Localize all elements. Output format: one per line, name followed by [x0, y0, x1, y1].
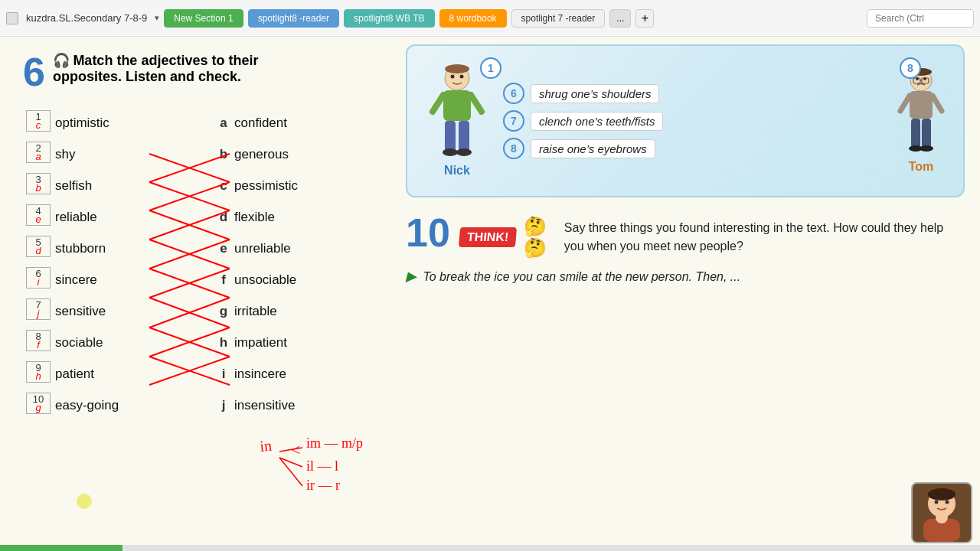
- nick-name: Nick: [444, 164, 470, 178]
- svg-point-53: [946, 500, 949, 504]
- matching-table: 1 c optimistic a confident 2 a shy b gen…: [23, 107, 375, 421]
- think-icons: 🤔🤔: [524, 216, 557, 259]
- table-row: 4 e reliable d flexible: [23, 201, 375, 233]
- svg-line-22: [279, 458, 302, 467]
- phrase-item-8: 8 raise one’s eyebrows: [503, 138, 883, 159]
- row-num-cell: 9 h: [23, 358, 54, 390]
- tab-new-section[interactable]: New Section 1: [164, 9, 243, 28]
- svg-line-41: [900, 96, 910, 111]
- progress-fill: [0, 545, 122, 551]
- svg-rect-29: [445, 121, 456, 152]
- phrase-text-6: shrug one’s shoulders: [531, 84, 659, 103]
- svg-point-48: [923, 77, 926, 80]
- left-word: easy-going: [54, 390, 153, 421]
- right-letter: a: [214, 107, 233, 139]
- right-letter: i: [214, 358, 233, 390]
- left-word: stubborn: [54, 233, 153, 264]
- progress-bar-area: [0, 545, 980, 551]
- table-row: 8 f sociable h impatient: [23, 327, 375, 358]
- row-num-cell: 8 f: [23, 327, 54, 358]
- sample-answer-text: To break the ice you can smile at the ne…: [423, 270, 740, 283]
- left-word: shy: [54, 139, 153, 170]
- row-num-cell: 3 b: [23, 170, 54, 201]
- add-tab-button[interactable]: +: [635, 9, 654, 28]
- nick-figure: [426, 64, 488, 164]
- row-num-cell: 4 e: [23, 201, 54, 233]
- row-num-cell: 2 a: [23, 139, 54, 170]
- tab-8wordbook[interactable]: 8 wordbook: [439, 9, 507, 28]
- left-word: reliable: [54, 201, 153, 233]
- tab-more[interactable]: ...: [609, 9, 631, 28]
- right-panel: Nick 6 shrug one’s shoulders 7 clench on…: [390, 37, 980, 551]
- right-word: irritable: [233, 295, 375, 327]
- svg-point-32: [456, 148, 472, 156]
- exercise10-question: Say three things you found interesting i…: [564, 219, 965, 256]
- svg-rect-43: [911, 119, 920, 148]
- exercise6-header: 6 🎧 Match the adjectives to their opposi…: [23, 52, 375, 92]
- number8-badge: 8: [900, 57, 921, 79]
- right-word: generous: [233, 139, 375, 170]
- table-row: 2 a shy b generous: [23, 139, 375, 170]
- right-letter: b: [214, 139, 233, 170]
- right-letter: e: [214, 233, 233, 264]
- row-num-box: 7 j: [26, 298, 51, 320]
- svg-point-31: [443, 148, 458, 156]
- row-num-box: 4 e: [26, 204, 51, 226]
- svg-text:ir — r: ir — r: [306, 478, 340, 493]
- table-row: 6 i sincere f unsociable: [23, 264, 375, 295]
- left-panel: 6 🎧 Match the adjectives to their opposi…: [0, 37, 390, 551]
- svg-line-28: [471, 95, 482, 112]
- tab-spotlight7-reader[interactable]: spotlight 7 -reader: [511, 9, 606, 28]
- think-badge: THINK!: [459, 227, 517, 247]
- svg-point-47: [916, 77, 919, 80]
- right-word: insincere: [233, 358, 375, 390]
- svg-point-34: [460, 75, 464, 79]
- avatar-image: [913, 484, 971, 542]
- table-row: 9 h patient i insincere: [23, 358, 375, 390]
- table-row: 5 d stubborn e unreliable: [23, 233, 375, 264]
- table-row: 3 b selfish c pessimistic: [23, 170, 375, 201]
- svg-point-25: [445, 64, 469, 73]
- phrase-text-7: clench one’s teeth/fists: [531, 112, 663, 131]
- right-letter: c: [214, 170, 233, 201]
- arrow-right-icon: ▶: [406, 269, 416, 284]
- svg-point-46: [920, 145, 933, 152]
- row-num-box: 8 f: [26, 330, 51, 351]
- dropdown-arrow-icon[interactable]: ▾: [155, 13, 159, 23]
- exercise6-instruction: Match the adjectives to their opposites.…: [53, 53, 259, 84]
- yellow-dot: [77, 494, 92, 509]
- doc-title: kuzdra.SL.Secondary 7-8-9: [26, 12, 147, 24]
- svg-text:il — l: il — l: [306, 458, 338, 474]
- svg-rect-44: [922, 119, 931, 148]
- avatar-svg: [913, 484, 971, 542]
- top-bar: kuzdra.SL.Secondary 7-8-9 ▾ New Section …: [0, 0, 980, 37]
- table-row: 10 g easy-going j insensitive: [23, 390, 375, 421]
- window-controls: [6, 12, 18, 24]
- phrases-list: 6 shrug one’s shoulders 7 clench one’s t…: [495, 83, 890, 159]
- right-word: confident: [233, 107, 375, 139]
- search-input[interactable]: [867, 9, 974, 28]
- row-num-box: 1 c: [26, 110, 51, 132]
- right-word: flexible: [233, 201, 375, 233]
- phrase-item-6: 6 shrug one’s shoulders: [503, 83, 883, 104]
- svg-point-52: [935, 500, 939, 504]
- tab-spotlight8-wb[interactable]: spotlight8 WB TB: [344, 9, 434, 28]
- right-letter: f: [214, 264, 233, 295]
- svg-line-42: [933, 96, 942, 111]
- tom-name: Tom: [909, 160, 934, 174]
- tab-spotlight8-reader[interactable]: spotlight8 -reader: [248, 9, 339, 28]
- row-num-cell: 6 i: [23, 264, 54, 295]
- svg-line-23: [279, 458, 302, 486]
- left-word: sensitive: [54, 295, 153, 327]
- avatar-corner: [911, 482, 972, 543]
- left-word: selfish: [54, 170, 153, 201]
- phrase-item-7: 7 clench one’s teeth/fists: [503, 110, 883, 132]
- phrase-num-7: 7: [503, 110, 524, 132]
- right-letter: d: [214, 201, 233, 233]
- svg-rect-40: [910, 91, 933, 119]
- right-letter: g: [214, 295, 233, 327]
- row-num-cell: 5 d: [23, 233, 54, 264]
- row-num-box: 5 d: [26, 236, 51, 257]
- row-num-box: 6 i: [26, 267, 51, 289]
- svg-text:in: in: [259, 437, 272, 455]
